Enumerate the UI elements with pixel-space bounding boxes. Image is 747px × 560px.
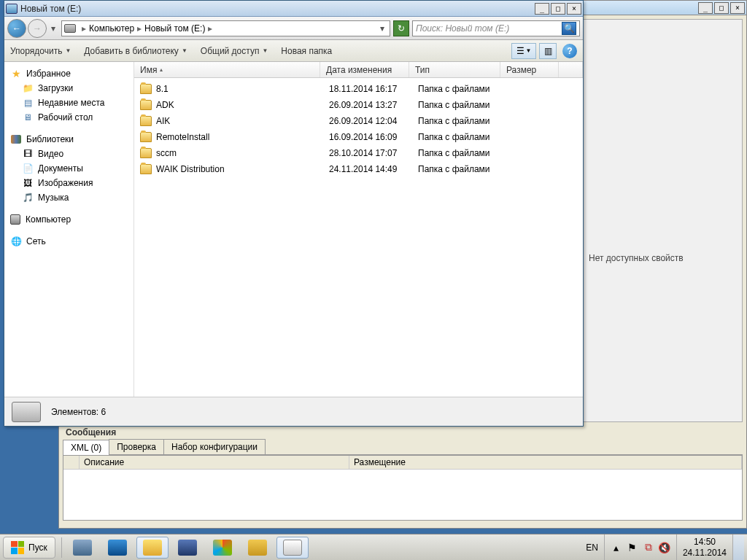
system-tray: EN ▴ ⚑ ⧉ 🔇 14:50 24.11.2014: [580, 534, 747, 560]
folder-icon: 📁: [22, 82, 34, 94]
recent-icon: ▤: [22, 97, 34, 109]
search-placeholder: Поиск: Новый том (E:): [416, 23, 509, 34]
pictures-icon: 🖼: [22, 177, 34, 189]
search-button[interactable]: 🔍: [562, 22, 576, 35]
drive-status-icon: [12, 402, 41, 422]
column-name[interactable]: Имя▴: [134, 62, 320, 77]
status-text: Элементов: 6: [51, 407, 106, 417]
nav-history-dropdown[interactable]: ▾: [48, 19, 58, 38]
file-list[interactable]: 8.118.11.2014 16:17Папка с файламиADK26.…: [134, 78, 583, 397]
address-drive-icon: [64, 24, 76, 33]
taskbar-app-4[interactable]: [171, 537, 204, 559]
sidebar-music[interactable]: 🎵Музыка: [4, 190, 133, 205]
search-input[interactable]: Поиск: Новый том (E:) 🔍: [412, 20, 580, 36]
taskbar-powershell[interactable]: [101, 537, 133, 559]
column-filler: [559, 62, 583, 77]
taskbar-explorer[interactable]: [136, 537, 169, 559]
file-list-pane: Имя▴ Дата изменения Тип Размер 8.118.11.…: [134, 62, 583, 397]
sidebar-videos[interactable]: 🎞Видео: [4, 147, 133, 161]
breadcrumb-root[interactable]: Компьютер: [89, 23, 134, 34]
tab-configset[interactable]: Набор конфигурации: [163, 439, 266, 454]
file-date: 18.11.2014 16:17: [329, 84, 418, 94]
column-date[interactable]: Дата изменения: [320, 62, 409, 77]
taskbar-app-7[interactable]: [276, 537, 309, 559]
sidebar-recent[interactable]: ▤Недавние места: [4, 96, 133, 110]
sidebar-libraries[interactable]: Библиотеки: [4, 132, 133, 147]
file-name: sccm: [156, 148, 329, 158]
tray-volume-icon[interactable]: 🔇: [659, 542, 670, 553]
show-desktop-button[interactable]: [732, 534, 744, 561]
file-type: Папка с файлами: [418, 116, 509, 126]
file-type: Папка с файлами: [418, 148, 509, 158]
share-menu[interactable]: Общий доступ▼: [201, 46, 268, 56]
taskbar-server-manager[interactable]: [66, 537, 98, 559]
clock-time: 14:50: [683, 537, 727, 547]
folder-icon: [140, 148, 152, 158]
music-icon: 🎵: [22, 192, 34, 203]
file-row[interactable]: ADK26.09.2014 13:27Папка с файлами: [134, 97, 583, 113]
close-button[interactable]: ×: [567, 3, 581, 15]
explorer-titlebar[interactable]: Новый том (E:) _ □ ×: [4, 1, 583, 17]
messages-col-description[interactable]: Описание: [80, 456, 349, 469]
sort-asc-icon: ▴: [160, 66, 163, 73]
sidebar-network[interactable]: 🌐Сеть: [4, 234, 133, 249]
breadcrumb-separator-icon: ▸: [82, 23, 86, 34]
file-row[interactable]: RemoteInstall16.09.2014 16:09Папка с фай…: [134, 129, 583, 145]
file-row[interactable]: WAIK Distribution24.11.2014 14:49Папка с…: [134, 161, 583, 177]
sidebar-documents[interactable]: 📄Документы: [4, 161, 133, 176]
organize-menu[interactable]: Упорядочить▼: [10, 46, 71, 56]
taskbar-divider: [61, 537, 62, 558]
file-row[interactable]: sccm28.10.2014 17:07Папка с файлами: [134, 145, 583, 161]
preview-pane-button[interactable]: ▥: [539, 43, 557, 59]
help-button[interactable]: ?: [562, 44, 577, 58]
language-indicator[interactable]: EN: [580, 542, 604, 553]
file-name: RemoteInstall: [156, 132, 329, 142]
view-options-button[interactable]: ☰ ▼: [511, 43, 536, 59]
maximize-button[interactable]: □: [551, 3, 565, 15]
nav-forward-button[interactable]: →: [28, 19, 47, 38]
file-row[interactable]: AIK26.09.2014 12:04Папка с файлами: [134, 113, 583, 129]
file-name: ADK: [156, 100, 329, 110]
dropdown-icon: ▼: [262, 47, 268, 54]
window-title: Новый том (E:): [20, 4, 533, 14]
messages-tabstrip: XML (0) Проверка Набор конфигурации: [63, 439, 743, 455]
sidebar-computer[interactable]: Компьютер: [4, 212, 133, 227]
file-row[interactable]: 8.118.11.2014 16:17Папка с файлами: [134, 81, 583, 97]
taskbar-app-6[interactable]: [241, 537, 274, 559]
file-type: Папка с файлами: [418, 100, 509, 110]
column-size[interactable]: Размер: [500, 62, 559, 77]
new-folder-button[interactable]: Новая папка: [281, 46, 332, 56]
sidebar-desktop[interactable]: 🖥Рабочий стол: [4, 110, 133, 125]
status-bar: Элементов: 6: [4, 397, 583, 426]
minimize-button[interactable]: _: [535, 3, 549, 15]
video-icon: 🎞: [22, 148, 34, 160]
sidebar-downloads[interactable]: 📁Загрузки: [4, 81, 133, 96]
file-date: 28.10.2014 17:07: [329, 148, 418, 158]
bgwin-close-button[interactable]: ×: [730, 2, 745, 14]
taskbar-app-5[interactable]: [206, 537, 239, 559]
start-button[interactable]: Пуск: [3, 537, 55, 559]
add-to-library-menu[interactable]: Добавить в библиотеку▼: [84, 46, 187, 56]
address-dropdown-icon[interactable]: ▾: [377, 23, 387, 34]
address-bar[interactable]: ▸ Компьютер ▸ Новый том (E:) ▸ ▾: [61, 20, 390, 36]
column-type[interactable]: Тип: [409, 62, 500, 77]
sidebar-pictures[interactable]: 🖼Изображения: [4, 176, 133, 190]
drive-icon: [6, 4, 18, 14]
messages-col-icon[interactable]: [63, 456, 80, 469]
file-date: 26.09.2014 12:04: [329, 116, 418, 126]
tray-network-icon[interactable]: ⧉: [643, 542, 654, 553]
sidebar-favorites[interactable]: ★Избранное: [4, 66, 133, 81]
breadcrumb-current[interactable]: Новый том (E:): [144, 23, 205, 34]
tray-arrow-icon[interactable]: ▴: [611, 542, 622, 553]
taskbar-clock[interactable]: 14:50 24.11.2014: [677, 537, 732, 558]
navigation-sidebar: ★Избранное 📁Загрузки ▤Недавние места 🖥Ра…: [4, 62, 134, 397]
messages-col-location[interactable]: Размещение: [349, 456, 742, 469]
tray-flag-icon[interactable]: ⚑: [627, 542, 638, 553]
tab-check[interactable]: Проверка: [109, 439, 164, 454]
bgwin-maximize-button[interactable]: □: [714, 2, 729, 14]
nav-back-button[interactable]: ←: [7, 19, 26, 38]
refresh-button[interactable]: ↻: [393, 20, 409, 36]
folder-icon: [140, 84, 152, 94]
bgwin-minimize-button[interactable]: _: [698, 2, 713, 14]
tab-xml[interactable]: XML (0): [63, 440, 109, 455]
